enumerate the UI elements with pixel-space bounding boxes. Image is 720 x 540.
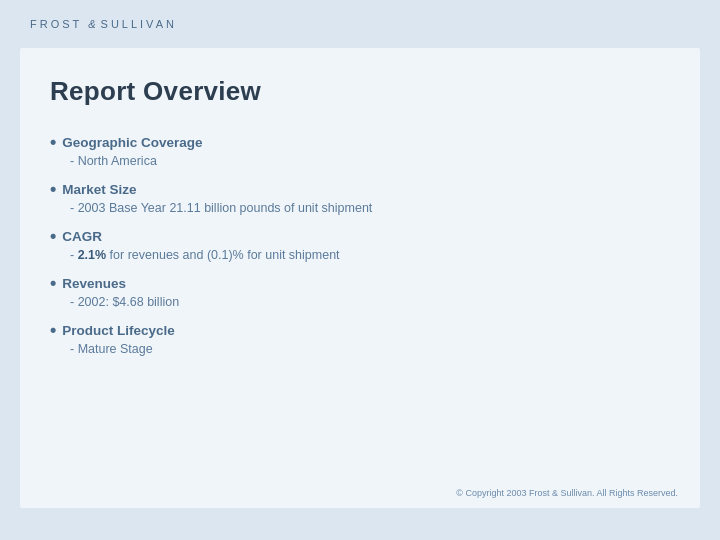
bullet-main-market: • Market Size <box>50 182 670 198</box>
list-item: • Revenues - 2002: $4.68 billion <box>50 276 670 309</box>
bullet-dot: • <box>50 321 56 339</box>
page-title: Report Overview <box>50 76 670 107</box>
slide-container: FROST & SULLIVAN Report Overview • Geogr… <box>0 0 720 540</box>
bullet-main-lifecycle: • Product Lifecycle <box>50 323 670 339</box>
list-item: • Market Size - 2003 Base Year 21.11 bil… <box>50 182 670 215</box>
bullet-label-cagr: CAGR <box>62 229 102 244</box>
cagr-highlight: 2.1% <box>78 248 107 262</box>
bullet-label-geographic: Geographic Coverage <box>62 135 202 150</box>
bullet-sub-lifecycle: - Mature Stage <box>70 342 670 356</box>
bullet-label-market: Market Size <box>62 182 136 197</box>
bullet-dot: • <box>50 180 56 198</box>
bullet-main-geographic: • Geographic Coverage <box>50 135 670 151</box>
bullet-main-revenues: • Revenues <box>50 276 670 292</box>
bullet-list: • Geographic Coverage - North America • … <box>50 135 670 356</box>
logo-ampersand: & <box>88 18 100 30</box>
bullet-dot: • <box>50 133 56 151</box>
header: FROST & SULLIVAN <box>0 0 720 40</box>
logo-sullivan: SULLIVAN <box>101 18 177 30</box>
bullet-label-lifecycle: Product Lifecycle <box>62 323 175 338</box>
list-item: • Product Lifecycle - Mature Stage <box>50 323 670 356</box>
bullet-sub-cagr: - 2.1% for revenues and (0.1)% for unit … <box>70 248 670 262</box>
bullet-label-revenues: Revenues <box>62 276 126 291</box>
logo: FROST & SULLIVAN <box>30 18 690 30</box>
bullet-sub-geographic: - North America <box>70 154 670 168</box>
logo-frost: FROST <box>30 18 82 30</box>
bullet-main-cagr: • CAGR <box>50 229 670 245</box>
bullet-sub-revenues: - 2002: $4.68 billion <box>70 295 670 309</box>
bullet-sub-market: - 2003 Base Year 21.11 billion pounds of… <box>70 201 670 215</box>
copyright: © Copyright 2003 Frost & Sullivan. All R… <box>456 488 678 498</box>
list-item: • Geographic Coverage - North America <box>50 135 670 168</box>
bullet-dot: • <box>50 227 56 245</box>
list-item: • CAGR - 2.1% for revenues and (0.1)% fo… <box>50 229 670 262</box>
content-area: Report Overview • Geographic Coverage - … <box>20 48 700 508</box>
bullet-dot: • <box>50 274 56 292</box>
